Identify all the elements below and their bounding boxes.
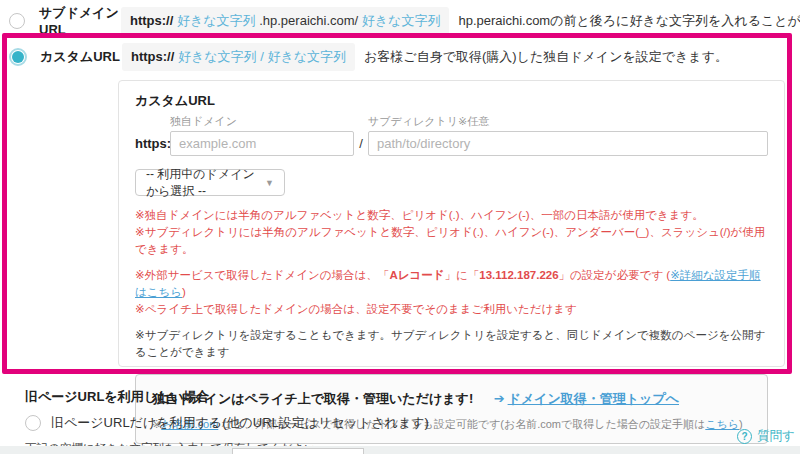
note-a-record: ※外部サービスで取得したドメインの場合は、「Aレコード」に「13.112.187… [135,267,768,301]
domain-field-label: 独自ドメイン [170,114,368,129]
custom-scheme: https:// [131,49,174,64]
scheme-prefix: https:// [135,136,170,151]
custom-var2: 好きな文字列 [267,49,346,64]
path-separator: / [354,136,368,151]
custom-url-radio[interactable] [9,48,27,66]
subdir-field-label: サブディレクトリ※任意 [368,114,489,129]
note-subdir-chars: ※サブディレクトリには半角のアルファベットと数字、ピリオド(.)、ハイフン(-)… [135,224,768,258]
domain-management-link[interactable]: ドメイン取得・管理トップへ [508,391,679,406]
subdomain-url-sample: https:// 好きな文字列 .hp.peraichi.com/ 好きな文字列 [121,7,449,35]
old-url-section-title: 旧ページURLを利用したい場合 [25,388,429,406]
help-question-label: 質問す [757,428,795,445]
custom-url-sample: https:// 好きな文字列 / 好きな文字列 [122,43,355,71]
question-mark-icon: ? [737,429,752,444]
panel-title: カスタムURL [135,92,768,110]
old-url-radio-label: 旧ページURLだけを利用する(他のURL設定はリセットされます) [51,414,429,432]
subdomain-var2: 好きな文字列 [362,13,441,28]
note-peraichi-domain: ※ペライチ上で取得したドメインの場合は、設定不要でそのままご利用いただけます [135,301,768,318]
domain-select-value: -- 利用中のドメインから選択 -- [146,166,265,200]
subdomain-description: hp.peraichi.comの前と後ろに好きな文字列を入れることができます。 [458,12,800,30]
url-fields-row: https:// / [135,131,768,156]
custom-description: お客様ご自身で取得(購入)した独自ドメインを設定できます。 [364,48,728,66]
subdomain-url-option-row: サブドメインURL https:// 好きな文字列 .hp.peraichi.c… [9,4,800,37]
subdomain-url-radio[interactable] [9,13,25,29]
subdomain-scheme: https:// [130,13,173,28]
custom-url-label: カスタムURL [40,48,122,66]
note-subdirectory-info: ※サブディレクトリを設定することもできます。サブディレクトリを設定すると、同じド… [135,327,768,361]
subdomain-var1: 好きな文字列 [177,13,256,28]
custom-var1: 好きな文字列 [178,49,257,64]
old-page-url-section: 旧ページURLを利用したい場合 旧ページURLだけを利用する(他のURL設定はリ… [25,388,429,454]
old-url-radio[interactable] [25,415,41,431]
custom-url-option-row: カスタムURL https:// 好きな文字列 / 好きな文字列 お客様ご自身で… [9,43,728,71]
arrow-right-icon: ➔ [494,391,505,406]
field-labels-row: 独自ドメイン サブディレクトリ※任意 [135,114,768,129]
subdomain-url-label: サブドメインURL [39,4,121,37]
panel-notes: ※独自ドメインには半角のアルファベットと数字、ピリオド(.)、ハイフン(-)、一… [135,207,768,361]
page-background-strip [0,446,800,454]
subdomain-middle: .hp.peraichi.com/ [259,13,358,28]
domain-input[interactable] [170,131,354,156]
note-domain-chars: ※独自ドメインには半角のアルファベットと数字、ピリオド(.)、ハイフン(-)、一… [135,207,768,224]
custom-url-panel: カスタムURL 独自ドメイン サブディレクトリ※任意 https:// / --… [118,80,785,367]
onamae-guide-link[interactable]: こちら [705,418,739,430]
chevron-down-icon: ▼ [265,178,274,188]
url-settings-page: サブドメインURL https:// 好きな文字列 .hp.peraichi.c… [0,0,800,454]
help-question-button[interactable]: ? 質問す [737,428,795,445]
subdirectory-input[interactable] [368,131,768,156]
domain-select-dropdown[interactable]: -- 利用中のドメインから選択 -- ▼ [135,169,285,196]
old-url-text-input-partial[interactable] [232,448,364,454]
custom-separator: / [260,49,264,64]
old-url-radio-row: 旧ページURLだけを利用する(他のURL設定はリセットされます) [25,414,429,432]
